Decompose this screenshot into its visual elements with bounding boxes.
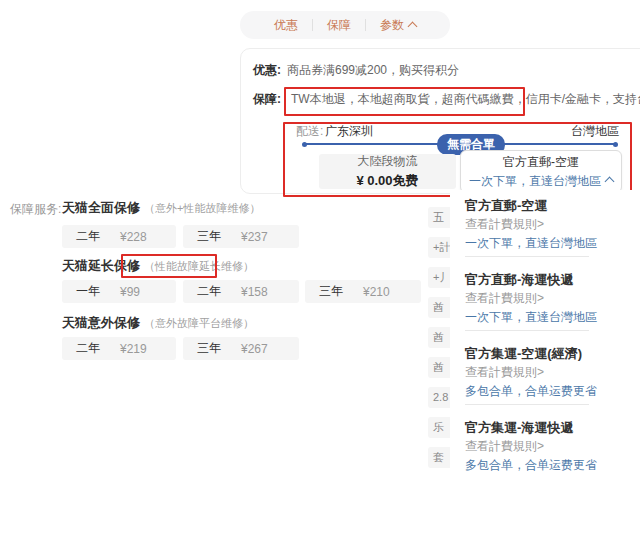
tab-guarantee[interactable]: 保障 xyxy=(313,17,365,34)
shipping-destination: 台灣地區 xyxy=(571,123,619,140)
shipping-method-item[interactable]: 官方集運-海運快遞 查看計費規則> 多包合单，合单运费更省 xyxy=(465,418,597,475)
warranty-option[interactable]: 三年¥210 xyxy=(305,280,421,303)
shipping-label: 配送: xyxy=(296,123,323,140)
view-pricing-rules-link[interactable]: 查看計費規則> xyxy=(465,363,597,382)
warranty-option[interactable]: 三年¥237 xyxy=(183,225,299,248)
promotion-row: 优惠:商品券满699减200，购买得积分 xyxy=(253,62,459,79)
divider xyxy=(465,330,589,331)
mainland-logistics-price: ¥ 0.00免费 xyxy=(319,172,456,190)
shipping-method-subtitle: 一次下單，直達台灣地區 xyxy=(461,173,621,190)
product-detail-page: 优惠 保障 参数 优惠:商品券满699减200，购买得积分 保障:TW本地退，本… xyxy=(0,0,640,550)
chevron-up-icon xyxy=(408,22,418,32)
view-pricing-rules-link[interactable]: 查看計費規則> xyxy=(465,215,597,234)
warranty-group-title: 天猫延长保修（性能故障延长维修） xyxy=(62,257,254,275)
shipping-method-item[interactable]: 官方直郵-空運 查看計費規則> 一次下單，直達台灣地區 xyxy=(465,196,597,253)
view-pricing-rules-link[interactable]: 查看計費規則> xyxy=(465,289,597,308)
warranty-option[interactable]: 一年¥99 xyxy=(62,280,176,303)
mainland-logistics-title: 大陸段物流 xyxy=(319,153,456,170)
shipping-method-selector[interactable]: 官方直郵-空運 一次下單，直達台灣地區 xyxy=(460,150,622,193)
guarantee-label: 保障: xyxy=(253,92,281,106)
warranty-section-label: 保障服务: xyxy=(10,201,61,218)
promotion-label: 优惠: xyxy=(253,63,281,77)
shipping-method-dropdown: 官方直郵-空運 查看計費規則> 一次下單，直達台灣地區 官方直郵-海運快遞 查看… xyxy=(450,190,640,490)
shipping-method-title: 官方直郵-空運 xyxy=(461,154,621,171)
shipping-origin: 广东深圳 xyxy=(325,123,373,140)
promo-card: 优惠:商品券满699减200，购买得积分 保障:TW本地退，本地超商取貨，超商代… xyxy=(240,48,640,194)
mainland-logistics-box: 大陸段物流 ¥ 0.00免费 xyxy=(319,154,456,189)
chevron-up-icon xyxy=(605,176,615,186)
warranty-option[interactable]: 二年¥228 xyxy=(62,225,176,248)
guarantee-row: 保障:TW本地退，本地超商取貨，超商代碼繳費，信用卡/金融卡，支持台幣支付 xyxy=(253,91,640,108)
tab-parameters-label: 参数 xyxy=(380,17,404,34)
warranty-option[interactable]: 三年¥267 xyxy=(183,337,299,360)
warranty-group-title: 天猫全面保修（意外+性能故障维修） xyxy=(62,199,260,217)
warranty-option[interactable]: 二年¥219 xyxy=(62,337,176,360)
detail-tab-bar: 优惠 保障 参数 xyxy=(240,11,450,39)
warranty-option[interactable]: 二年¥158 xyxy=(183,280,299,303)
warranty-group-title: 天猫意外保修（意外故障平台维修） xyxy=(62,314,254,332)
divider xyxy=(465,256,589,257)
view-pricing-rules-link[interactable]: 查看計費規則> xyxy=(465,437,597,456)
divider xyxy=(465,404,589,405)
promotion-text: 商品券满699减200，购买得积分 xyxy=(287,63,459,77)
tab-parameters[interactable]: 参数 xyxy=(366,17,430,34)
guarantee-highlight-text: TW本地退，本地超商取貨， xyxy=(287,92,442,106)
shipping-method-item[interactable]: 官方集運-空運(經濟) 查看計費規則> 多包合单，合单运费更省 xyxy=(465,344,597,401)
tab-promotion[interactable]: 优惠 xyxy=(260,17,312,34)
shipping-method-item[interactable]: 官方直郵-海運快遞 查看計費規則> 一次下單，直達台灣地區 xyxy=(465,270,597,327)
guarantee-rest-text: 超商代碼繳費，信用卡/金融卡，支持台幣支付 xyxy=(442,92,640,106)
